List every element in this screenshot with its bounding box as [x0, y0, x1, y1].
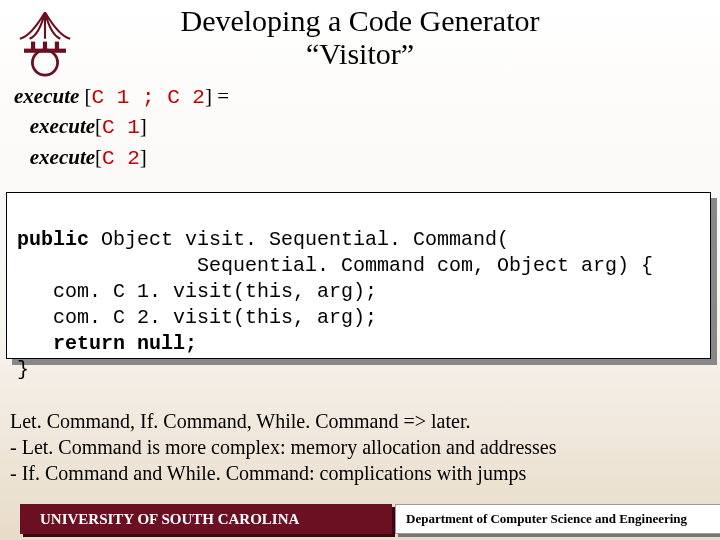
code-block: public Object visit. Sequential. Command… — [6, 192, 714, 362]
title-line2: “Visitor” — [306, 37, 414, 70]
title-line1: Developing a Code Generator — [180, 4, 539, 37]
footer: UNIVERSITY OF SOUTH CAROLINA Department … — [20, 504, 712, 534]
footer-university: UNIVERSITY OF SOUTH CAROLINA — [20, 504, 392, 534]
svg-rect-4 — [55, 42, 59, 50]
svg-rect-3 — [43, 42, 47, 50]
usc-logo — [10, 8, 80, 78]
slide-title: Developing a Code Generator “Visitor” — [0, 0, 720, 70]
footer-department: Department of Computer Science and Engin… — [395, 504, 720, 534]
svg-rect-2 — [31, 42, 35, 50]
semantic-spec: execute [C 1 ; C 2] = execute[C 1] execu… — [14, 82, 229, 173]
svg-point-0 — [32, 50, 57, 75]
notes-text: Let. Command, If. Command, While. Comman… — [10, 408, 557, 486]
